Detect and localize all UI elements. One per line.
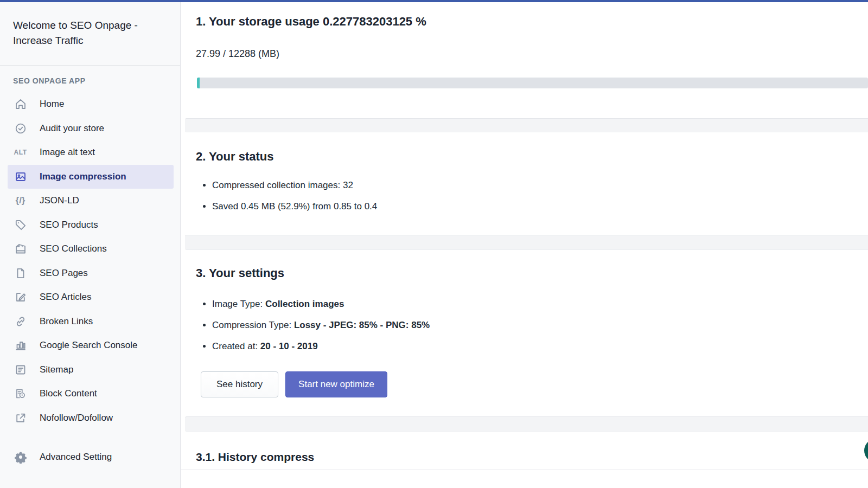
home-icon [13, 97, 28, 112]
settings-item: Image Type: Collection images [212, 299, 868, 310]
sidebar-item-label: Image compression [40, 171, 126, 182]
storage-progress-bar [197, 78, 868, 88]
sidebar-item-google-search-console[interactable]: Google Search Console [0, 333, 180, 358]
section-gap [185, 235, 868, 250]
settings-item: Created at: 20 - 10 - 2019 [212, 341, 868, 352]
block-content-icon [13, 387, 28, 401]
main-content: 1. Your storage usage 0.227783203125 % 2… [181, 2, 868, 488]
sidebar-item-label: SEO Products [40, 220, 98, 230]
sidebar-item-label: Google Search Console [40, 340, 138, 351]
article-edit-icon [13, 290, 28, 305]
image-icon [13, 169, 28, 184]
page-icon [13, 266, 28, 280]
sidebar-item-nofollow-dofollow[interactable]: Nofollow/Dofollow [0, 406, 180, 431]
sidebar-item-label: Advanced Setting [40, 452, 112, 463]
sidebar-item-audit-your-store[interactable]: Audit your store [0, 117, 180, 141]
sidebar-item-label: Home [40, 99, 64, 110]
sidebar-item-label: Sitemap [40, 364, 73, 375]
status-card: 2. Your status Compressed collection ima… [181, 132, 868, 235]
sidebar-item-json-ld[interactable]: {/} JSON-LD [0, 189, 180, 213]
settings-list: Image Type: Collection images Compressio… [196, 299, 868, 352]
status-item: Compressed collection images: 32 [212, 180, 868, 191]
sidebar-item-label: Image alt text [40, 147, 95, 158]
sidebar-item-home[interactable]: Home [0, 92, 180, 117]
sidebar-item-label: SEO Pages [40, 268, 88, 279]
top-accent-bar [0, 0, 868, 2]
collections-icon [13, 242, 28, 256]
sidebar-item-broken-links[interactable]: Broken Links [0, 310, 180, 334]
app-welcome-title: Welcome to SEO Onpage - Increase Traffic [0, 2, 180, 66]
sidebar-item-block-content[interactable]: Block Content [0, 382, 180, 406]
json-braces-icon: {/} [13, 194, 28, 208]
status-item: Saved 0.45 MB (52.9%) from 0.85 to 0.4 [212, 201, 868, 212]
audit-check-icon [13, 121, 28, 136]
sidebar-item-sitemap[interactable]: Sitemap [0, 358, 180, 382]
sidebar-item-seo-articles[interactable]: SEO Articles [0, 285, 180, 310]
sidebar-item-label: SEO Articles [40, 292, 91, 303]
bar-chart-icon [13, 338, 28, 353]
section-gap [185, 118, 868, 132]
section-gap [185, 416, 868, 432]
settings-heading: 3. Your settings [181, 250, 868, 280]
sidebar-item-label: Audit your store [40, 123, 104, 134]
sidebar-item-label: Block Content [40, 388, 97, 399]
see-history-button[interactable]: See history [201, 371, 278, 397]
storage-usage-heading: 1. Your storage usage 0.227783203125 % [181, 2, 868, 29]
settings-item: Compression Type: Lossy - JPEG: 85% - PN… [212, 320, 868, 331]
broken-link-icon [13, 314, 28, 329]
tag-icon [13, 217, 28, 232]
storage-usage-value: 27.99 / 12288 (MB) [196, 48, 868, 60]
sidebar-item-seo-pages[interactable]: SEO Pages [0, 261, 180, 286]
sidebar-item-label: Broken Links [40, 316, 93, 327]
history-table-divider [181, 470, 868, 470]
history-compress-heading: 3.1. History compress [181, 432, 868, 464]
sitemap-doc-icon [13, 362, 28, 377]
sidebar-item-seo-products[interactable]: SEO Products [0, 213, 180, 237]
history-compress-card: 3.1. History compress [181, 432, 868, 488]
sidebar: Welcome to SEO Onpage - Increase Traffic… [0, 2, 181, 488]
sidebar-item-seo-collections[interactable]: SEO Collections [0, 237, 180, 261]
sidebar-item-image-alt-text[interactable]: ALT Image alt text [0, 140, 180, 165]
gear-icon [13, 450, 28, 465]
start-new-optimize-button[interactable]: Start new optimize [285, 371, 387, 397]
sidebar-item-label: Nofollow/Dofollow [40, 413, 113, 423]
status-list: Compressed collection images: 32 Saved 0… [196, 180, 868, 212]
sidebar-item-advanced-setting[interactable]: Advanced Setting [0, 445, 180, 470]
sidebar-item-image-compression[interactable]: Image compression [8, 165, 174, 189]
sidebar-item-label: SEO Collections [40, 243, 107, 254]
status-heading: 2. Your status [181, 132, 868, 164]
storage-usage-card: 1. Your storage usage 0.227783203125 % 2… [181, 2, 868, 118]
alt-text-icon: ALT [13, 145, 28, 160]
nav-section-label: SEO ONPAGE APP [13, 76, 180, 85]
settings-card: 3. Your settings Image Type: Collection … [181, 250, 868, 416]
sidebar-item-label: JSON-LD [40, 195, 79, 206]
storage-progress-fill [197, 78, 200, 88]
settings-actions: See history Start new optimize [201, 371, 868, 397]
external-link-icon [13, 410, 28, 425]
